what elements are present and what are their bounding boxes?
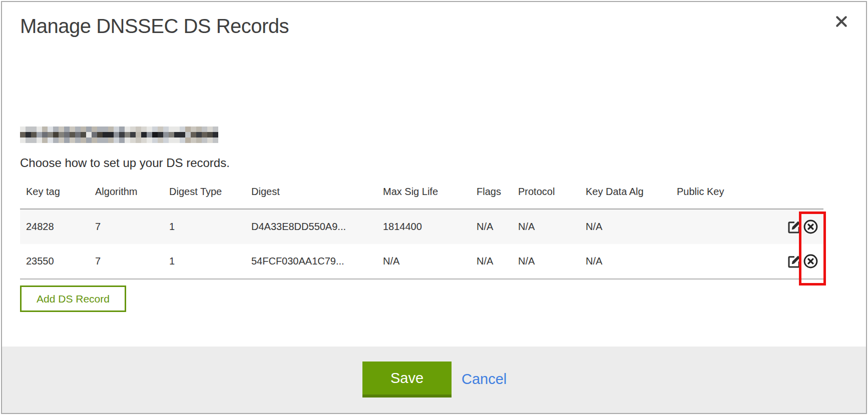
- redaction-pixel: [26, 138, 31, 143]
- redaction-pixel: [75, 138, 81, 143]
- table-row: 2482871D4A33E8DD550A9...1814400N/AN/AN/A: [20, 209, 823, 244]
- redaction-pixel: [147, 132, 152, 138]
- redaction-pixel: [158, 126, 163, 132]
- manage-dnssec-ds-records-dialog: Manage DNSSEC DS Records Choose how to s…: [1, 1, 867, 414]
- column-header-key-data-alg: Key Data Alg: [580, 186, 671, 209]
- table-row: 235507154FCF030AA1C79...N/AN/AN/AN/A: [20, 244, 823, 279]
- edit-icon[interactable]: [786, 219, 802, 234]
- redaction-pixel: [70, 132, 75, 138]
- redaction-pixel: [163, 138, 169, 143]
- redaction-pixel: [103, 132, 108, 138]
- redaction-pixel: [158, 138, 163, 143]
- redaction-pixel: [119, 132, 125, 138]
- redaction-pixel: [158, 132, 163, 138]
- redaction-pixel: [31, 132, 37, 138]
- redaction-pixel: [191, 138, 196, 143]
- redaction-pixel: [114, 132, 119, 138]
- redaction-pixel: [92, 132, 97, 138]
- redaction-pixel: [86, 126, 92, 132]
- redaction-pixel: [31, 126, 37, 132]
- redaction-pixel: [97, 126, 103, 132]
- redaction-pixel: [125, 126, 130, 132]
- redaction-pixel: [196, 126, 202, 132]
- redaction-pixel: [42, 126, 48, 132]
- redaction-pixel: [108, 126, 114, 132]
- redaction-pixel: [20, 126, 26, 132]
- redaction-pixel: [174, 132, 180, 138]
- redaction-pixel: [191, 132, 196, 138]
- cancel-button[interactable]: Cancel: [462, 362, 507, 398]
- cell-digest-type: 1: [163, 209, 245, 244]
- cell-max-sig-life: 1814400: [377, 209, 471, 244]
- redaction-pixel: [31, 138, 37, 143]
- redaction-pixel: [81, 126, 86, 132]
- column-header-digest: Digest: [245, 186, 377, 209]
- redaction-pixel: [26, 126, 31, 132]
- redaction-pixel: [48, 132, 53, 138]
- delete-icon[interactable]: [803, 254, 818, 269]
- close-icon[interactable]: [833, 13, 850, 30]
- redaction-pixel: [185, 132, 191, 138]
- ds-records-table: Key tagAlgorithmDigest TypeDigestMax Sig…: [20, 186, 823, 280]
- redaction-pixel: [42, 138, 48, 143]
- delete-icon[interactable]: [803, 219, 818, 234]
- redaction-pixel: [152, 138, 158, 143]
- column-header-flags: Flags: [471, 186, 512, 209]
- redaction-pixel: [75, 132, 81, 138]
- cell-max-sig-life: N/A: [377, 244, 471, 279]
- cell-flags: N/A: [471, 244, 512, 279]
- redaction-pixel: [53, 126, 59, 132]
- add-ds-record-button[interactable]: Add DS Record: [20, 286, 126, 312]
- redaction-pixel: [92, 138, 97, 143]
- cell-digest-type: 1: [163, 244, 245, 279]
- redaction-pixel: [152, 132, 158, 138]
- redaction-pixel: [119, 138, 125, 143]
- redaction-pixel: [207, 132, 213, 138]
- redaction-pixel: [64, 132, 70, 138]
- redaction-pixel: [64, 138, 70, 143]
- redaction-pixel: [213, 132, 218, 138]
- cell-key-tag: 23550: [20, 244, 89, 279]
- redaction-pixel: [163, 126, 169, 132]
- row-actions: [778, 209, 823, 244]
- cell-public-key: [671, 209, 778, 244]
- redaction-pixel: [196, 138, 202, 143]
- redaction-pixel: [114, 126, 119, 132]
- redaction-pixel: [202, 138, 207, 143]
- redaction-pixel: [103, 126, 108, 132]
- redaction-pixel: [48, 126, 53, 132]
- redaction-pixel: [114, 138, 119, 143]
- redaction-pixel: [97, 138, 103, 143]
- redaction-pixel: [53, 138, 59, 143]
- redaction-pixel: [136, 126, 141, 132]
- redaction-pixel: [169, 132, 174, 138]
- save-button[interactable]: Save: [362, 362, 452, 398]
- cell-key-data-alg: N/A: [580, 209, 671, 244]
- column-header-algorithm: Algorithm: [89, 186, 163, 209]
- redaction-pixel: [185, 138, 191, 143]
- dialog-title: Manage DNSSEC DS Records: [20, 15, 289, 38]
- redaction-pixel: [125, 138, 130, 143]
- redaction-pixel: [130, 138, 136, 143]
- redaction-pixel: [26, 132, 31, 138]
- redaction-pixel: [75, 126, 81, 132]
- redaction-pixel: [185, 126, 191, 132]
- cell-digest: 54FCF030AA1C79...: [245, 244, 377, 279]
- redaction-pixel: [59, 126, 64, 132]
- redaction-pixel: [86, 132, 92, 138]
- redaction-pixel: [202, 132, 207, 138]
- redaction-pixel: [213, 138, 218, 143]
- redaction-pixel: [180, 126, 185, 132]
- edit-icon[interactable]: [786, 254, 802, 269]
- cell-algorithm: 7: [89, 209, 163, 244]
- redaction-pixel: [103, 138, 108, 143]
- cell-flags: N/A: [471, 209, 512, 244]
- redaction-pixel: [174, 138, 180, 143]
- column-header-actions: [778, 186, 823, 209]
- redaction-pixel: [163, 132, 169, 138]
- redaction-pixel: [20, 132, 26, 138]
- redaction-pixel: [119, 126, 125, 132]
- redaction-pixel: [147, 126, 152, 132]
- redaction-pixel: [81, 138, 86, 143]
- table-header-row: Key tagAlgorithmDigest TypeDigestMax Sig…: [20, 186, 823, 209]
